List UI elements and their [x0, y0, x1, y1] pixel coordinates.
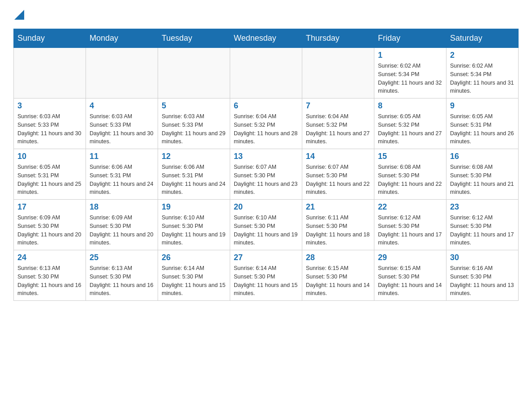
day-info: Sunrise: 6:02 AMSunset: 5:34 PMDaylight:… — [450, 62, 515, 95]
day-info: Sunrise: 6:02 AMSunset: 5:34 PMDaylight:… — [378, 62, 442, 95]
calendar-header-friday: Friday — [374, 29, 446, 48]
day-number: 13 — [234, 152, 298, 161]
day-info: Sunrise: 6:05 AMSunset: 5:31 PMDaylight:… — [450, 112, 515, 146]
calendar-header-sunday: Sunday — [14, 29, 86, 48]
day-info: Sunrise: 6:12 AMSunset: 5:30 PMDaylight:… — [450, 214, 515, 247]
calendar-week-2: 3Sunrise: 6:03 AMSunset: 5:33 PMDaylight… — [14, 98, 519, 149]
day-number: 26 — [162, 253, 226, 262]
day-info: Sunrise: 6:06 AMSunset: 5:31 PMDaylight:… — [90, 163, 154, 197]
day-info: Sunrise: 6:11 AMSunset: 5:30 PMDaylight:… — [306, 214, 370, 247]
calendar-header-wednesday: Wednesday — [230, 29, 302, 48]
calendar-cell: 9Sunrise: 6:05 AMSunset: 5:31 PMDaylight… — [446, 98, 519, 149]
page-header — [13, 9, 519, 20]
day-number: 5 — [162, 101, 226, 111]
calendar-table: SundayMondayTuesdayWednesdayThursdayFrid… — [13, 29, 519, 301]
calendar-week-5: 24Sunrise: 6:13 AMSunset: 5:30 PMDayligh… — [14, 250, 519, 301]
calendar-cell: 25Sunrise: 6:13 AMSunset: 5:30 PMDayligh… — [86, 250, 158, 301]
day-number: 14 — [306, 152, 370, 161]
calendar-cell — [302, 48, 374, 98]
day-info: Sunrise: 6:05 AMSunset: 5:32 PMDaylight:… — [378, 112, 442, 146]
calendar-cell: 21Sunrise: 6:11 AMSunset: 5:30 PMDayligh… — [302, 200, 374, 250]
day-number: 10 — [17, 152, 82, 161]
day-number: 23 — [450, 202, 515, 212]
day-number: 24 — [17, 253, 82, 262]
calendar-cell: 27Sunrise: 6:14 AMSunset: 5:30 PMDayligh… — [230, 250, 302, 301]
calendar-cell: 13Sunrise: 6:07 AMSunset: 5:30 PMDayligh… — [230, 149, 302, 200]
day-number: 16 — [450, 152, 515, 161]
calendar-cell: 29Sunrise: 6:15 AMSunset: 5:30 PMDayligh… — [374, 250, 446, 301]
calendar-header-thursday: Thursday — [302, 29, 374, 48]
day-info: Sunrise: 6:04 AMSunset: 5:32 PMDaylight:… — [234, 112, 298, 146]
calendar-cell: 15Sunrise: 6:08 AMSunset: 5:30 PMDayligh… — [374, 149, 446, 200]
calendar-cell — [230, 48, 302, 98]
day-number: 15 — [378, 152, 442, 161]
calendar-cell: 8Sunrise: 6:05 AMSunset: 5:32 PMDaylight… — [374, 98, 446, 149]
day-info: Sunrise: 6:14 AMSunset: 5:30 PMDaylight:… — [234, 264, 298, 298]
day-info: Sunrise: 6:07 AMSunset: 5:30 PMDaylight:… — [234, 163, 298, 197]
calendar-cell: 30Sunrise: 6:16 AMSunset: 5:30 PMDayligh… — [446, 250, 519, 301]
calendar-cell: 3Sunrise: 6:03 AMSunset: 5:33 PMDaylight… — [14, 98, 86, 149]
day-number: 9 — [450, 101, 515, 111]
calendar-cell — [14, 48, 86, 98]
day-info: Sunrise: 6:06 AMSunset: 5:31 PMDaylight:… — [162, 163, 226, 197]
logo — [13, 9, 24, 20]
day-info: Sunrise: 6:15 AMSunset: 5:30 PMDaylight:… — [306, 264, 370, 298]
day-number: 1 — [378, 51, 442, 60]
day-info: Sunrise: 6:08 AMSunset: 5:30 PMDaylight:… — [450, 163, 515, 197]
calendar-cell: 1Sunrise: 6:02 AMSunset: 5:34 PMDaylight… — [374, 48, 446, 98]
calendar-cell: 10Sunrise: 6:05 AMSunset: 5:31 PMDayligh… — [14, 149, 86, 200]
day-info: Sunrise: 6:03 AMSunset: 5:33 PMDaylight:… — [90, 112, 154, 146]
day-number: 28 — [306, 253, 370, 262]
calendar-cell: 14Sunrise: 6:07 AMSunset: 5:30 PMDayligh… — [302, 149, 374, 200]
calendar-header-row: SundayMondayTuesdayWednesdayThursdayFrid… — [14, 29, 519, 48]
calendar-cell: 19Sunrise: 6:10 AMSunset: 5:30 PMDayligh… — [158, 200, 230, 250]
day-number: 20 — [234, 202, 298, 212]
day-info: Sunrise: 6:07 AMSunset: 5:30 PMDaylight:… — [306, 163, 370, 197]
day-number: 6 — [234, 101, 298, 111]
day-info: Sunrise: 6:13 AMSunset: 5:30 PMDaylight:… — [17, 264, 82, 298]
calendar-cell: 23Sunrise: 6:12 AMSunset: 5:30 PMDayligh… — [446, 200, 519, 250]
calendar-cell: 12Sunrise: 6:06 AMSunset: 5:31 PMDayligh… — [158, 149, 230, 200]
day-info: Sunrise: 6:03 AMSunset: 5:33 PMDaylight:… — [162, 112, 226, 146]
calendar-week-1: 1Sunrise: 6:02 AMSunset: 5:34 PMDaylight… — [14, 48, 519, 98]
day-number: 17 — [17, 202, 82, 212]
day-number: 27 — [234, 253, 298, 262]
day-number: 25 — [90, 253, 154, 262]
calendar-cell: 5Sunrise: 6:03 AMSunset: 5:33 PMDaylight… — [158, 98, 230, 149]
day-number: 19 — [162, 202, 226, 212]
day-info: Sunrise: 6:12 AMSunset: 5:30 PMDaylight:… — [378, 214, 442, 247]
calendar-cell: 2Sunrise: 6:02 AMSunset: 5:34 PMDaylight… — [446, 48, 519, 98]
calendar-header-saturday: Saturday — [446, 29, 519, 48]
day-info: Sunrise: 6:04 AMSunset: 5:32 PMDaylight:… — [306, 112, 370, 146]
day-number: 29 — [378, 253, 442, 262]
day-info: Sunrise: 6:03 AMSunset: 5:33 PMDaylight:… — [17, 112, 82, 146]
calendar-week-3: 10Sunrise: 6:05 AMSunset: 5:31 PMDayligh… — [14, 149, 519, 200]
calendar-cell: 4Sunrise: 6:03 AMSunset: 5:33 PMDaylight… — [86, 98, 158, 149]
day-info: Sunrise: 6:15 AMSunset: 5:30 PMDaylight:… — [378, 264, 442, 298]
day-number: 21 — [306, 202, 370, 212]
day-info: Sunrise: 6:10 AMSunset: 5:30 PMDaylight:… — [162, 214, 226, 247]
calendar-cell: 11Sunrise: 6:06 AMSunset: 5:31 PMDayligh… — [86, 149, 158, 200]
day-info: Sunrise: 6:08 AMSunset: 5:30 PMDaylight:… — [378, 163, 442, 197]
calendar-cell: 6Sunrise: 6:04 AMSunset: 5:32 PMDaylight… — [230, 98, 302, 149]
calendar-cell: 20Sunrise: 6:10 AMSunset: 5:30 PMDayligh… — [230, 200, 302, 250]
day-number: 4 — [90, 101, 154, 111]
day-number: 12 — [162, 152, 226, 161]
day-number: 3 — [17, 101, 82, 111]
day-info: Sunrise: 6:16 AMSunset: 5:30 PMDaylight:… — [450, 264, 515, 298]
day-info: Sunrise: 6:05 AMSunset: 5:31 PMDaylight:… — [17, 163, 82, 197]
day-number: 7 — [306, 101, 370, 111]
calendar-cell: 28Sunrise: 6:15 AMSunset: 5:30 PMDayligh… — [302, 250, 374, 301]
day-info: Sunrise: 6:14 AMSunset: 5:30 PMDaylight:… — [162, 264, 226, 298]
calendar-cell: 22Sunrise: 6:12 AMSunset: 5:30 PMDayligh… — [374, 200, 446, 250]
calendar-cell: 16Sunrise: 6:08 AMSunset: 5:30 PMDayligh… — [446, 149, 519, 200]
day-number: 22 — [378, 202, 442, 212]
svg-marker-0 — [14, 10, 24, 20]
day-number: 11 — [90, 152, 154, 161]
calendar-header-tuesday: Tuesday — [158, 29, 230, 48]
day-info: Sunrise: 6:09 AMSunset: 5:30 PMDaylight:… — [17, 214, 82, 247]
day-info: Sunrise: 6:13 AMSunset: 5:30 PMDaylight:… — [90, 264, 154, 298]
calendar-cell: 24Sunrise: 6:13 AMSunset: 5:30 PMDayligh… — [14, 250, 86, 301]
calendar-cell: 26Sunrise: 6:14 AMSunset: 5:30 PMDayligh… — [158, 250, 230, 301]
day-number: 2 — [450, 51, 515, 60]
